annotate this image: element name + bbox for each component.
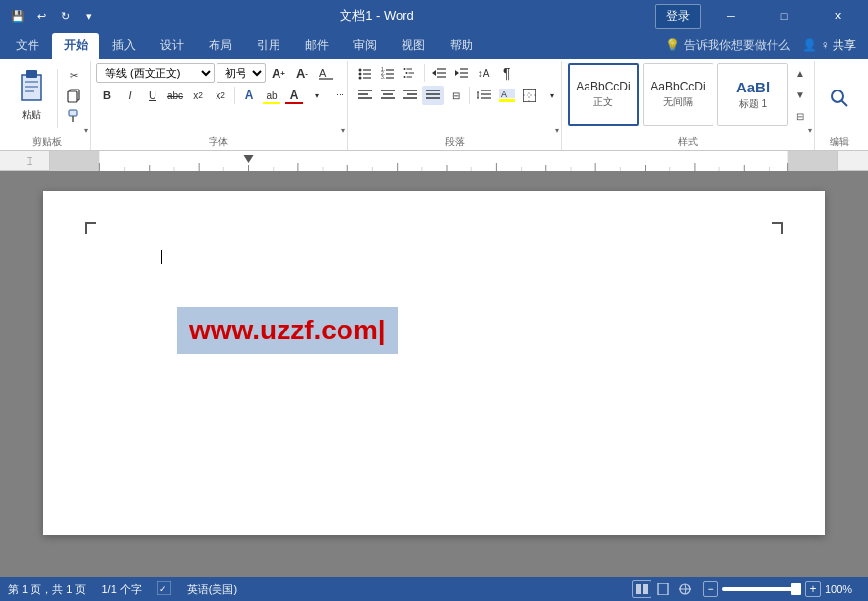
align-center-button[interactable] — [377, 86, 399, 105]
strikethrough-button[interactable]: abc — [164, 86, 186, 105]
print-view-button[interactable] — [653, 580, 673, 598]
clipboard-expand[interactable]: ▾ — [84, 126, 88, 135]
justify-button[interactable] — [422, 86, 444, 105]
tab-mailings[interactable]: 邮件 — [293, 33, 341, 59]
zoom-thumb[interactable] — [791, 583, 801, 595]
share-button[interactable]: 👤 ♀ 共享 — [802, 37, 856, 54]
increase-indent-button[interactable] — [451, 63, 472, 83]
style-normal-preview: AaBbCcDi — [576, 80, 630, 93]
italic-button[interactable]: I — [119, 86, 141, 105]
style-nospacing-preview: AaBbCcDi — [651, 80, 705, 93]
align-right-button[interactable] — [400, 86, 421, 105]
status-bar: 第 1 页，共 1 页 1/1 个字 ✓ 英语(美国) − + — [0, 577, 868, 601]
zoom-level[interactable]: 100% — [825, 583, 860, 595]
underline-button[interactable]: U — [142, 86, 163, 105]
style-no-spacing[interactable]: AaBbCcDi 无间隔 — [643, 63, 713, 126]
person-icon: 👤 — [802, 38, 817, 52]
cut-button[interactable]: ✂ — [62, 65, 86, 85]
language-check-icon[interactable]: ✓ — [157, 581, 171, 597]
line-spacing-button[interactable] — [473, 86, 495, 105]
paste-icon — [16, 67, 47, 106]
highlight-button[interactable]: ab — [261, 86, 282, 105]
zoom-fill — [722, 587, 801, 591]
undo-icon[interactable]: ↩ — [31, 6, 51, 26]
language-status[interactable]: 英语(美国) — [187, 582, 237, 597]
clipboard-small-buttons: ✂ — [62, 65, 86, 126]
paste-button[interactable]: 粘贴 — [10, 63, 53, 126]
svg-point-23 — [403, 68, 405, 70]
tab-references[interactable]: 引用 — [245, 33, 292, 59]
font-group: 等线 (西文正文) 初号 A+ A- A B I U abc x2 — [91, 61, 348, 150]
login-button[interactable]: 登录 — [655, 4, 701, 29]
tab-layout[interactable]: 布局 — [197, 33, 244, 59]
word-count-status[interactable]: 1/1 个字 — [101, 582, 141, 597]
number-list-button[interactable]: 1.2.3. — [377, 63, 399, 83]
editing-group: 编辑 编辑 — [815, 61, 864, 150]
tab-review[interactable]: 审阅 — [341, 33, 389, 59]
page-count-status[interactable]: 第 1 页，共 1 页 — [8, 582, 86, 597]
read-view-button[interactable] — [632, 580, 651, 598]
paragraph-expand[interactable]: ▾ — [555, 126, 559, 135]
style-heading1-preview: AaBl — [736, 79, 770, 95]
tell-me-bar[interactable]: 💡 告诉我你想要做什么 — [665, 37, 790, 54]
editor-area[interactable]: www.uzzf.com| — [0, 171, 868, 577]
copy-button[interactable] — [62, 86, 86, 105]
borders-more-button[interactable]: ▾ — [541, 86, 563, 105]
tab-view[interactable]: 视图 — [390, 33, 437, 59]
bullet-list-button[interactable] — [354, 63, 376, 83]
shading-button[interactable]: A — [496, 86, 518, 105]
styles-scroll-down[interactable]: ▼ — [792, 85, 808, 104]
font-name-select[interactable]: 等线 (西文正文) — [96, 63, 215, 83]
font-size-up-button[interactable]: A+ — [268, 63, 289, 83]
column-break-button[interactable]: ⊟ — [445, 86, 466, 105]
text-effects-button[interactable]: A — [238, 86, 260, 105]
style-heading1-label: 标题 1 — [739, 97, 767, 111]
ruler-toggle[interactable]: ⌶ — [20, 151, 39, 171]
styles-more-button[interactable]: ⊟ — [792, 106, 808, 126]
styles-scroll-up[interactable]: ▲ — [792, 63, 808, 83]
multilevel-list-button[interactable] — [400, 63, 421, 83]
tab-help[interactable]: 帮助 — [438, 33, 485, 59]
zoom-minus-button[interactable]: − — [703, 581, 718, 597]
superscript-button[interactable]: x2 — [210, 86, 231, 105]
font-size-select[interactable]: 初号 — [217, 63, 266, 83]
svg-rect-6 — [68, 91, 77, 102]
quick-access-more-icon[interactable]: ▾ — [79, 6, 98, 26]
styles-expand[interactable]: ▾ — [808, 126, 812, 135]
svg-rect-61 — [788, 151, 837, 171]
document-page[interactable]: www.uzzf.com| — [43, 191, 825, 535]
font-expand[interactable]: ▾ — [341, 126, 345, 135]
sort-button[interactable]: ↕A — [473, 63, 495, 83]
minimize-button[interactable]: ─ — [709, 0, 754, 31]
tab-file[interactable]: 文件 — [4, 33, 51, 59]
paste-label: 粘贴 — [22, 108, 41, 122]
show-hide-button[interactable]: ¶ — [496, 63, 518, 83]
redo-icon[interactable]: ↻ — [55, 6, 75, 26]
web-view-button[interactable] — [675, 580, 695, 598]
style-heading1[interactable]: AaBl 标题 1 — [717, 63, 788, 126]
save-icon[interactable]: 💾 — [8, 6, 28, 26]
restore-button[interactable]: □ — [762, 0, 807, 31]
bold-button[interactable]: B — [96, 86, 118, 105]
clear-format-button[interactable]: A — [315, 63, 337, 83]
zoom-plus-button[interactable]: + — [805, 581, 821, 597]
tab-home[interactable]: 开始 — [52, 33, 99, 59]
close-button[interactable]: ✕ — [815, 0, 860, 31]
subscript-button[interactable]: x2 — [187, 86, 209, 105]
paragraph-group: 1.2.3. ↕A ¶ — [348, 61, 562, 150]
tab-design[interactable]: 设计 — [149, 33, 196, 59]
format-painter-button[interactable] — [62, 106, 86, 126]
svg-rect-7 — [69, 110, 77, 116]
font-color-button[interactable]: A — [283, 86, 305, 105]
svg-rect-95 — [643, 584, 648, 594]
align-left-button[interactable] — [354, 86, 376, 105]
borders-button[interactable] — [519, 86, 540, 105]
ruler — [49, 151, 838, 171]
style-normal[interactable]: AaBbCcDi 正文 — [568, 63, 639, 126]
font-color-more-button[interactable]: ▾ — [306, 86, 328, 105]
decrease-indent-button[interactable] — [428, 63, 450, 83]
tab-insert[interactable]: 插入 — [100, 33, 148, 59]
zoom-track[interactable] — [722, 587, 801, 591]
font-size-down-button[interactable]: A- — [291, 63, 313, 83]
search-button[interactable]: 编辑 — [822, 75, 857, 122]
